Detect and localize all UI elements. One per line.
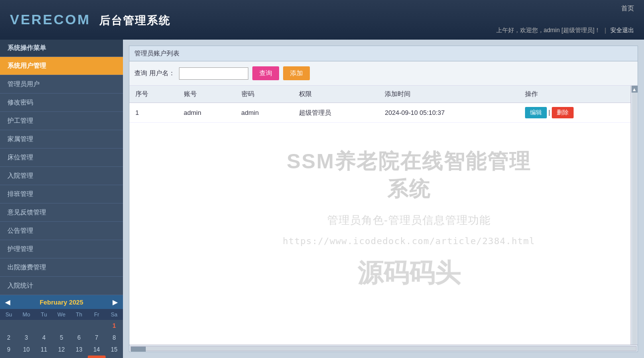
logo-brand: VERECOM — [10, 12, 91, 27]
cal-day — [88, 320, 105, 332]
header-nav: 首页 — [621, 4, 634, 13]
watermark-title: SSM养老院在线智能管理系统 — [283, 147, 535, 203]
table-row: 1adminadmin超级管理员2024-09-10 05:10:37编辑 | … — [129, 103, 638, 123]
cal-day[interactable]: 15 — [106, 344, 123, 356]
table-cell: 2024-09-10 05:10:37 — [379, 103, 519, 123]
cal-day[interactable]: 13 — [70, 344, 88, 356]
cal-day[interactable]: 22 — [106, 356, 123, 358]
cal-weekday-tu: Tu — [35, 310, 53, 318]
cal-day — [0, 320, 17, 332]
cal-day[interactable]: 5 — [53, 332, 70, 344]
table-body: 1adminadmin超级管理员2024-09-10 05:10:37编辑 | … — [129, 103, 638, 123]
cal-day[interactable]: 3 — [17, 332, 35, 344]
watermark-brand: 源码码头 — [283, 256, 535, 290]
content-scrollbar[interactable] — [129, 345, 638, 352]
sidebar-item-bed-mgmt[interactable]: 床位管理 — [0, 149, 123, 167]
table-cell: 1 — [129, 103, 178, 123]
cal-day[interactable]: 10 — [17, 344, 35, 356]
col-操作: 操作 — [519, 86, 638, 103]
content-area: 管理员账户列表 查询 用户名： 查询 添加 序号账号密码权限添加时间操作 1ad… — [123, 40, 644, 358]
cal-day[interactable]: 19 — [53, 356, 70, 358]
cal-day[interactable]: 16 — [0, 356, 17, 358]
cal-day — [17, 320, 35, 332]
delete-button[interactable]: 删除 — [552, 107, 574, 118]
calendar: ◀ February 2025 ▶ SuMoTuWeThFrSa 1234567… — [0, 295, 123, 358]
table-cell: admin — [235, 103, 293, 123]
user-greeting: 上午好，欢迎您，admin [超级管理员]！ — [496, 27, 601, 34]
col-序号: 序号 — [129, 86, 178, 103]
cal-day — [70, 320, 88, 332]
cal-day[interactable]: 4 — [35, 332, 53, 344]
cal-day[interactable]: 6 — [70, 332, 88, 344]
sidebar-item-notice-mgmt[interactable]: 公告管理 — [0, 222, 123, 240]
cal-day[interactable]: 17 — [17, 356, 35, 358]
calendar-month-title: February 2025 — [40, 299, 83, 306]
table-cell: admin — [178, 103, 235, 123]
cal-day[interactable]: 9 — [0, 344, 17, 356]
scrollbar-up-arrow[interactable]: ▲ — [632, 86, 638, 93]
search-label: 查询 用户名： — [134, 69, 175, 78]
scrollbar-track — [632, 93, 637, 345]
sidebar-item-change-password[interactable]: 修改密码 — [0, 94, 123, 112]
calendar-prev-icon[interactable]: ◀ — [5, 298, 10, 306]
scroll-track — [130, 346, 637, 351]
col-添加时间: 添加时间 — [379, 86, 519, 103]
right-scrollbar[interactable]: ▲ ▼ — [631, 86, 638, 352]
logo: VERECOM 后台管理系统 — [10, 12, 171, 28]
sidebar-item-schedule-mgmt[interactable]: 排班管理 — [0, 185, 123, 204]
header-user: 上午好，欢迎您，admin [超级管理员]！ | 安全退出 — [496, 26, 635, 35]
data-table: 序号账号密码权限添加时间操作 1adminadmin超级管理员2024-09-1… — [129, 86, 638, 123]
cal-day[interactable]: 1 — [106, 320, 123, 332]
calendar-next-icon[interactable]: ▶ — [113, 298, 118, 306]
col-密码: 密码 — [235, 86, 293, 103]
cal-day — [53, 320, 70, 332]
table-actions: 编辑 | 删除 — [519, 103, 638, 123]
edit-button[interactable]: 编辑 — [525, 107, 547, 118]
watermark: SSM养老院在线智能管理系统 管理员角色-管理员信息管理功能 https://w… — [283, 147, 535, 290]
content-panel: 管理员账户列表 查询 用户名： 查询 添加 序号账号密码权限添加时间操作 1ad… — [129, 46, 638, 352]
cal-weekday-su: Su — [0, 310, 17, 318]
cal-day[interactable]: 2 — [0, 332, 17, 344]
sidebar-item-admission-stats[interactable]: 入院统计 — [0, 277, 123, 295]
query-button[interactable]: 查询 — [252, 66, 279, 80]
cal-day[interactable]: 7 — [88, 332, 105, 344]
main-layout: 系统操作菜单 系统用户管理管理员用户修改密码护工管理家属管理床位管理入院管理排班… — [0, 40, 644, 358]
table-cell: 超级管理员 — [293, 103, 379, 123]
sidebar-item-nurse-mgmt[interactable]: 护工管理 — [0, 112, 123, 130]
add-button[interactable]: 添加 — [283, 66, 310, 80]
home-link[interactable]: 首页 — [621, 4, 634, 12]
cal-day[interactable]: 8 — [106, 332, 123, 344]
sidebar-item-admission-mgmt[interactable]: 入院管理 — [0, 167, 123, 185]
sidebar-item-system-user-mgmt[interactable]: 系统用户管理 — [0, 57, 123, 75]
panel-title-bar: 管理员账户列表 — [129, 46, 638, 61]
cal-weekday-sa: Sa — [106, 310, 123, 318]
panel-toolbar: 查询 用户名： 查询 添加 — [129, 61, 638, 86]
sidebar-item-family-mgmt[interactable]: 家属管理 — [0, 130, 123, 149]
search-input[interactable] — [179, 67, 248, 80]
col-账号: 账号 — [178, 86, 235, 103]
sidebar: 系统操作菜单 系统用户管理管理员用户修改密码护工管理家属管理床位管理入院管理排班… — [0, 40, 123, 358]
cal-day[interactable]: 18 — [35, 356, 53, 358]
cal-weekday-mo: Mo — [17, 310, 35, 318]
logo-subtitle: 后台管理系统 — [99, 14, 171, 27]
logout-link[interactable]: 安全退出 — [610, 27, 634, 34]
sidebar-item-nursing-mgmt[interactable]: 护理管理 — [0, 240, 123, 258]
scroll-thumb — [131, 347, 146, 352]
cal-day[interactable]: 20 — [70, 356, 88, 358]
sidebar-item-feedback-mgmt[interactable]: 意见反馈管理 — [0, 204, 123, 222]
calendar-weekdays: SuMoTuWeThFrSa — [0, 309, 123, 320]
cal-day[interactable]: 12 — [53, 344, 70, 356]
watermark-subtitle: 管理员角色-管理员信息管理功能 — [283, 212, 535, 227]
sidebar-items: 系统用户管理管理员用户修改密码护工管理家属管理床位管理入院管理排班管理意见反馈管… — [0, 57, 123, 295]
cal-day[interactable]: 14 — [88, 344, 105, 356]
cal-day[interactable]: 11 — [35, 344, 53, 356]
watermark-url: https://www.icodedock.com/article/2384.h… — [283, 235, 535, 246]
cal-weekday-th: Th — [70, 310, 88, 318]
sidebar-title: 系统操作菜单 — [0, 40, 123, 57]
table-header-row: 序号账号密码权限添加时间操作 — [129, 86, 638, 103]
cal-weekday-we: We — [53, 310, 70, 318]
sidebar-item-discharge-fee-mgmt[interactable]: 出院缴费管理 — [0, 258, 123, 277]
calendar-days: 12345678910111213141516171819202122 — [0, 320, 123, 358]
sidebar-item-admin-user[interactable]: 管理员用户 — [0, 75, 123, 94]
cal-day[interactable]: 21 — [88, 356, 105, 358]
